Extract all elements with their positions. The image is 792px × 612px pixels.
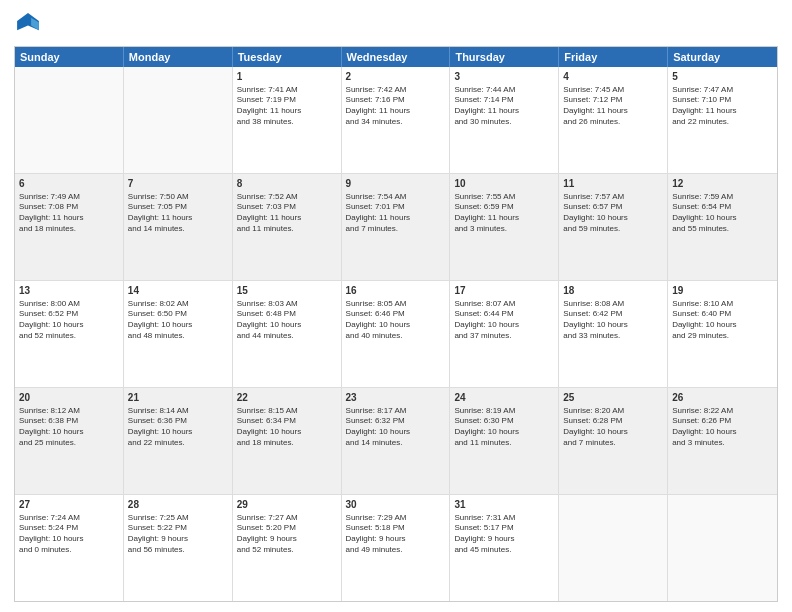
- day-info: Sunrise: 8:05 AM Sunset: 6:46 PM Dayligh…: [346, 299, 446, 342]
- day-info: Sunrise: 8:20 AM Sunset: 6:28 PM Dayligh…: [563, 406, 663, 449]
- header: [14, 10, 778, 38]
- calendar-cell: 1Sunrise: 7:41 AM Sunset: 7:19 PM Daylig…: [233, 67, 342, 173]
- calendar-cell: 4Sunrise: 7:45 AM Sunset: 7:12 PM Daylig…: [559, 67, 668, 173]
- calendar-cell: [668, 495, 777, 601]
- calendar-cell: 3Sunrise: 7:44 AM Sunset: 7:14 PM Daylig…: [450, 67, 559, 173]
- day-number: 24: [454, 391, 554, 405]
- day-number: 1: [237, 70, 337, 84]
- calendar-row-1: 6Sunrise: 7:49 AM Sunset: 7:08 PM Daylig…: [15, 173, 777, 280]
- day-number: 20: [19, 391, 119, 405]
- day-info: Sunrise: 7:42 AM Sunset: 7:16 PM Dayligh…: [346, 85, 446, 128]
- day-number: 26: [672, 391, 773, 405]
- day-info: Sunrise: 7:29 AM Sunset: 5:18 PM Dayligh…: [346, 513, 446, 556]
- calendar-cell: 20Sunrise: 8:12 AM Sunset: 6:38 PM Dayli…: [15, 388, 124, 494]
- day-number: 25: [563, 391, 663, 405]
- day-number: 2: [346, 70, 446, 84]
- calendar-cell: 23Sunrise: 8:17 AM Sunset: 6:32 PM Dayli…: [342, 388, 451, 494]
- calendar-cell: 11Sunrise: 7:57 AM Sunset: 6:57 PM Dayli…: [559, 174, 668, 280]
- day-number: 8: [237, 177, 337, 191]
- day-info: Sunrise: 8:14 AM Sunset: 6:36 PM Dayligh…: [128, 406, 228, 449]
- day-info: Sunrise: 7:25 AM Sunset: 5:22 PM Dayligh…: [128, 513, 228, 556]
- cal-header-sunday: Sunday: [15, 47, 124, 67]
- calendar-cell: 14Sunrise: 8:02 AM Sunset: 6:50 PM Dayli…: [124, 281, 233, 387]
- day-info: Sunrise: 7:49 AM Sunset: 7:08 PM Dayligh…: [19, 192, 119, 235]
- day-info: Sunrise: 7:55 AM Sunset: 6:59 PM Dayligh…: [454, 192, 554, 235]
- day-info: Sunrise: 7:41 AM Sunset: 7:19 PM Dayligh…: [237, 85, 337, 128]
- day-number: 30: [346, 498, 446, 512]
- day-info: Sunrise: 8:08 AM Sunset: 6:42 PM Dayligh…: [563, 299, 663, 342]
- calendar-cell: 15Sunrise: 8:03 AM Sunset: 6:48 PM Dayli…: [233, 281, 342, 387]
- day-number: 4: [563, 70, 663, 84]
- calendar-cell: 9Sunrise: 7:54 AM Sunset: 7:01 PM Daylig…: [342, 174, 451, 280]
- day-number: 14: [128, 284, 228, 298]
- calendar-cell: 26Sunrise: 8:22 AM Sunset: 6:26 PM Dayli…: [668, 388, 777, 494]
- calendar-cell: 7Sunrise: 7:50 AM Sunset: 7:05 PM Daylig…: [124, 174, 233, 280]
- calendar-cell: [124, 67, 233, 173]
- calendar-row-4: 27Sunrise: 7:24 AM Sunset: 5:24 PM Dayli…: [15, 494, 777, 601]
- calendar-cell: 24Sunrise: 8:19 AM Sunset: 6:30 PM Dayli…: [450, 388, 559, 494]
- day-number: 31: [454, 498, 554, 512]
- day-info: Sunrise: 8:07 AM Sunset: 6:44 PM Dayligh…: [454, 299, 554, 342]
- calendar-row-0: 1Sunrise: 7:41 AM Sunset: 7:19 PM Daylig…: [15, 67, 777, 173]
- day-info: Sunrise: 8:17 AM Sunset: 6:32 PM Dayligh…: [346, 406, 446, 449]
- calendar-cell: 5Sunrise: 7:47 AM Sunset: 7:10 PM Daylig…: [668, 67, 777, 173]
- day-info: Sunrise: 7:24 AM Sunset: 5:24 PM Dayligh…: [19, 513, 119, 556]
- day-info: Sunrise: 7:44 AM Sunset: 7:14 PM Dayligh…: [454, 85, 554, 128]
- day-info: Sunrise: 7:52 AM Sunset: 7:03 PM Dayligh…: [237, 192, 337, 235]
- calendar-cell: 22Sunrise: 8:15 AM Sunset: 6:34 PM Dayli…: [233, 388, 342, 494]
- calendar-cell: 2Sunrise: 7:42 AM Sunset: 7:16 PM Daylig…: [342, 67, 451, 173]
- calendar-row-2: 13Sunrise: 8:00 AM Sunset: 6:52 PM Dayli…: [15, 280, 777, 387]
- calendar-cell: 19Sunrise: 8:10 AM Sunset: 6:40 PM Dayli…: [668, 281, 777, 387]
- calendar-cell: 6Sunrise: 7:49 AM Sunset: 7:08 PM Daylig…: [15, 174, 124, 280]
- day-info: Sunrise: 7:50 AM Sunset: 7:05 PM Dayligh…: [128, 192, 228, 235]
- day-number: 13: [19, 284, 119, 298]
- day-info: Sunrise: 8:03 AM Sunset: 6:48 PM Dayligh…: [237, 299, 337, 342]
- calendar-cell: 28Sunrise: 7:25 AM Sunset: 5:22 PM Dayli…: [124, 495, 233, 601]
- cal-header-tuesday: Tuesday: [233, 47, 342, 67]
- day-number: 6: [19, 177, 119, 191]
- calendar-cell: [559, 495, 668, 601]
- calendar: SundayMondayTuesdayWednesdayThursdayFrid…: [14, 46, 778, 602]
- day-number: 7: [128, 177, 228, 191]
- calendar-cell: 13Sunrise: 8:00 AM Sunset: 6:52 PM Dayli…: [15, 281, 124, 387]
- day-info: Sunrise: 7:45 AM Sunset: 7:12 PM Dayligh…: [563, 85, 663, 128]
- cal-header-friday: Friday: [559, 47, 668, 67]
- calendar-cell: [15, 67, 124, 173]
- day-number: 15: [237, 284, 337, 298]
- calendar-cell: 29Sunrise: 7:27 AM Sunset: 5:20 PM Dayli…: [233, 495, 342, 601]
- day-number: 29: [237, 498, 337, 512]
- day-number: 9: [346, 177, 446, 191]
- day-info: Sunrise: 7:57 AM Sunset: 6:57 PM Dayligh…: [563, 192, 663, 235]
- day-info: Sunrise: 8:19 AM Sunset: 6:30 PM Dayligh…: [454, 406, 554, 449]
- calendar-body: 1Sunrise: 7:41 AM Sunset: 7:19 PM Daylig…: [15, 67, 777, 601]
- day-number: 22: [237, 391, 337, 405]
- calendar-header: SundayMondayTuesdayWednesdayThursdayFrid…: [15, 47, 777, 67]
- day-number: 18: [563, 284, 663, 298]
- day-number: 11: [563, 177, 663, 191]
- day-info: Sunrise: 8:00 AM Sunset: 6:52 PM Dayligh…: [19, 299, 119, 342]
- cal-header-monday: Monday: [124, 47, 233, 67]
- day-number: 12: [672, 177, 773, 191]
- calendar-cell: 17Sunrise: 8:07 AM Sunset: 6:44 PM Dayli…: [450, 281, 559, 387]
- day-number: 23: [346, 391, 446, 405]
- calendar-cell: 25Sunrise: 8:20 AM Sunset: 6:28 PM Dayli…: [559, 388, 668, 494]
- calendar-cell: 30Sunrise: 7:29 AM Sunset: 5:18 PM Dayli…: [342, 495, 451, 601]
- calendar-cell: 16Sunrise: 8:05 AM Sunset: 6:46 PM Dayli…: [342, 281, 451, 387]
- day-number: 27: [19, 498, 119, 512]
- day-number: 5: [672, 70, 773, 84]
- logo: [14, 10, 44, 38]
- calendar-row-3: 20Sunrise: 8:12 AM Sunset: 6:38 PM Dayli…: [15, 387, 777, 494]
- calendar-cell: 21Sunrise: 8:14 AM Sunset: 6:36 PM Dayli…: [124, 388, 233, 494]
- day-number: 10: [454, 177, 554, 191]
- day-info: Sunrise: 8:02 AM Sunset: 6:50 PM Dayligh…: [128, 299, 228, 342]
- day-info: Sunrise: 7:59 AM Sunset: 6:54 PM Dayligh…: [672, 192, 773, 235]
- page: SundayMondayTuesdayWednesdayThursdayFrid…: [0, 0, 792, 612]
- calendar-cell: 31Sunrise: 7:31 AM Sunset: 5:17 PM Dayli…: [450, 495, 559, 601]
- calendar-cell: 10Sunrise: 7:55 AM Sunset: 6:59 PM Dayli…: [450, 174, 559, 280]
- day-number: 16: [346, 284, 446, 298]
- day-number: 3: [454, 70, 554, 84]
- cal-header-saturday: Saturday: [668, 47, 777, 67]
- day-number: 17: [454, 284, 554, 298]
- day-info: Sunrise: 7:27 AM Sunset: 5:20 PM Dayligh…: [237, 513, 337, 556]
- calendar-cell: 8Sunrise: 7:52 AM Sunset: 7:03 PM Daylig…: [233, 174, 342, 280]
